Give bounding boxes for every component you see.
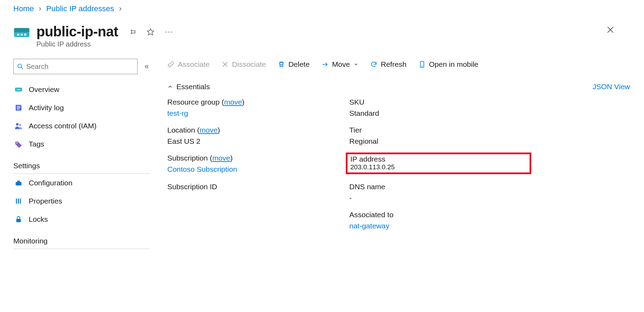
essentials-grid: Resource group (move) test-rg SKU Standa… (167, 98, 634, 230)
ip-address-value: 203.0.113.0.25 (350, 163, 527, 171)
subscription-value[interactable]: Contoso Subscription (167, 165, 237, 173)
trash-icon (278, 61, 285, 68)
close-icon (606, 26, 615, 34)
dissociate-button: Dissociate (222, 60, 266, 69)
tier-value: Regional (349, 137, 531, 146)
open-in-mobile-button[interactable]: Open in mobile (419, 60, 478, 69)
chevron-down-icon (354, 62, 358, 67)
collapse-sidebar-icon[interactable]: « (145, 62, 149, 71)
nav-label: Properties (29, 197, 62, 205)
more-icon[interactable]: ··· (165, 27, 173, 36)
move-button[interactable]: Move (322, 60, 358, 69)
nav-tags[interactable]: Tags (13, 135, 167, 153)
svg-rect-22 (17, 181, 20, 183)
nav-configuration[interactable]: Configuration (13, 174, 167, 192)
toolbar-label: Delete (288, 60, 310, 69)
svg-point-20 (16, 142, 18, 143)
nav-label: Locks (29, 215, 48, 224)
nav-access-control[interactable]: Access control (IAM) (13, 117, 167, 135)
svg-rect-17 (17, 109, 19, 109)
essentials-title: Essentials (176, 83, 210, 91)
mobile-icon (419, 61, 426, 68)
nav-locks[interactable]: Locks (13, 210, 167, 228)
refresh-button[interactable]: Refresh (370, 60, 407, 69)
sku-value: Standard (349, 109, 531, 118)
svg-point-33 (421, 66, 422, 67)
link-icon (167, 61, 174, 68)
toolbar-label: Dissociate (232, 60, 266, 69)
move-location-link[interactable]: move (200, 126, 217, 134)
toolbar: Associate Dissociate Delete Move Refresh (167, 60, 634, 83)
nav-label: Access control (IAM) (29, 122, 97, 130)
main-content: Associate Dissociate Delete Move Refresh (167, 59, 634, 249)
x-icon (222, 61, 229, 68)
move-subscription-link[interactable]: move (212, 154, 230, 162)
public-ip-resource-icon (13, 25, 30, 42)
svg-rect-15 (17, 106, 20, 107)
chevron-right-icon: › (119, 4, 121, 13)
arrow-right-icon (322, 61, 329, 68)
nav-overview[interactable]: Overview (13, 80, 167, 99)
dns-name-value: - (349, 194, 531, 202)
svg-point-18 (16, 123, 19, 126)
svg-rect-25 (20, 199, 21, 204)
sidebar: « Overview Activity log Access control (… (13, 59, 167, 249)
move-resource-group-link[interactable]: move (224, 98, 242, 106)
resource-group-label: Resource group (move) (167, 98, 349, 106)
log-icon (15, 104, 22, 112)
svg-point-3 (21, 34, 23, 36)
page-header: public-ip-nat ··· Public IP address (13, 24, 634, 59)
chevron-right-icon: › (39, 4, 41, 13)
svg-point-8 (18, 64, 22, 68)
subscription-label: Subscription (move) (167, 154, 349, 162)
dns-name-label: DNS name (349, 183, 531, 191)
search-icon (17, 63, 23, 70)
associated-to-value[interactable]: nat-gateway (349, 222, 389, 230)
breadcrumb: Home › Public IP addresses › (13, 4, 634, 13)
svg-point-4 (24, 34, 26, 36)
associate-button: Associate (167, 60, 210, 69)
nav-activity-log[interactable]: Activity log (13, 99, 167, 117)
sku-label: SKU (349, 98, 531, 106)
svg-rect-21 (16, 182, 22, 185)
section-monitoring: Monitoring (13, 232, 150, 249)
nav-label: Overview (29, 85, 59, 94)
breadcrumb-public-ip-addresses[interactable]: Public IP addresses (46, 4, 114, 13)
svg-point-19 (19, 124, 21, 126)
chevron-up-icon (167, 84, 173, 90)
svg-point-12 (18, 89, 19, 90)
section-settings: Settings (13, 157, 150, 174)
lock-icon (15, 215, 22, 223)
properties-icon (15, 197, 22, 205)
pin-icon[interactable] (128, 28, 136, 36)
toolbox-icon (15, 179, 22, 187)
delete-button[interactable]: Delete (278, 60, 310, 69)
toolbar-label: Move (332, 60, 350, 69)
svg-point-11 (17, 89, 18, 90)
nav-label: Tags (29, 140, 44, 148)
star-icon[interactable] (147, 28, 154, 36)
resource-group-value[interactable]: test-rg (167, 109, 188, 117)
close-button[interactable] (605, 24, 616, 38)
associated-to-label: Associated to (349, 211, 531, 219)
nav-properties[interactable]: Properties (13, 192, 167, 210)
page-title: public-ip-nat (36, 24, 118, 40)
svg-marker-5 (147, 28, 154, 35)
refresh-icon (370, 61, 377, 68)
tier-label: Tier (349, 126, 531, 134)
people-icon (15, 122, 22, 130)
svg-rect-24 (18, 199, 19, 204)
search-input[interactable] (26, 63, 137, 71)
essentials-toggle[interactable]: Essentials (167, 83, 210, 91)
resource-icon (15, 86, 22, 93)
json-view-link[interactable]: JSON View (593, 83, 630, 91)
location-label: Location (move) (167, 126, 349, 134)
search-box[interactable] (13, 59, 138, 74)
breadcrumb-home[interactable]: Home (13, 4, 34, 13)
svg-rect-23 (16, 199, 17, 204)
svg-point-2 (17, 34, 19, 36)
svg-rect-16 (17, 107, 20, 108)
toolbar-label: Open in mobile (429, 60, 478, 69)
svg-point-13 (19, 89, 20, 90)
nav-label: Activity log (29, 104, 64, 112)
